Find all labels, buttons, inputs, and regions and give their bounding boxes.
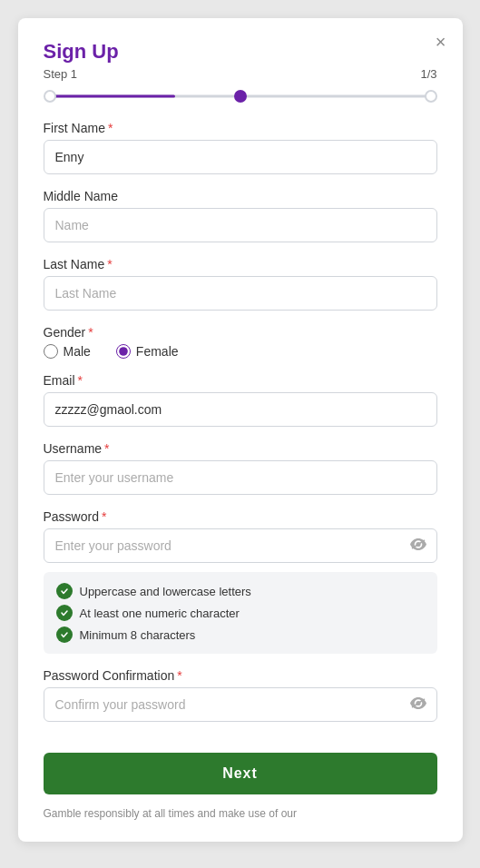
- check-icon-1: [56, 605, 73, 621]
- gender-female-label[interactable]: Female: [116, 344, 179, 359]
- password-required: *: [102, 509, 106, 524]
- close-button[interactable]: ×: [436, 33, 446, 51]
- password-confirmation-group: Password Confirmation *: [44, 668, 437, 722]
- footer-text: Gamble responsibly at all times and make…: [44, 807, 437, 820]
- username-group: Username *: [44, 441, 437, 495]
- gender-label: Gender *: [44, 325, 437, 340]
- progress-indicator: [44, 88, 437, 104]
- last-name-label: Last Name *: [44, 257, 437, 271]
- last-name-input[interactable]: [44, 276, 437, 311]
- password-confirmation-label: Password Confirmation *: [44, 668, 437, 683]
- next-button[interactable]: Next: [44, 753, 437, 794]
- email-group: Email *: [44, 373, 437, 427]
- validation-item-1: At least one numeric character: [56, 605, 425, 621]
- progress-fill: [50, 95, 176, 98]
- first-name-input[interactable]: [44, 140, 437, 174]
- first-name-group: First Name *: [44, 121, 437, 174]
- validation-item-0: Uppercase and lowercase letters: [56, 583, 425, 599]
- password-label: Password *: [44, 509, 437, 524]
- signup-modal: × Sign Up Step 1 1/3 First Name * Middle…: [18, 18, 463, 842]
- password-confirmation-input-wrap: [44, 687, 437, 722]
- password-input[interactable]: [44, 528, 437, 563]
- password-confirmation-input[interactable]: [44, 687, 437, 722]
- password-confirmation-toggle-icon[interactable]: [410, 696, 426, 713]
- username-required: *: [104, 441, 109, 456]
- check-icon-2: [56, 626, 73, 643]
- progress-dot-1: [234, 90, 247, 103]
- username-label: Username *: [44, 441, 437, 456]
- gender-group: Gender * Male Female: [44, 325, 437, 359]
- gender-options: Male Female: [44, 344, 437, 359]
- progress-dot-3: [44, 90, 56, 103]
- last-name-group: Last Name *: [44, 257, 437, 311]
- step-label: Step 1: [44, 67, 78, 81]
- step-count: 1/3: [420, 67, 436, 81]
- email-required: *: [78, 373, 83, 388]
- password-confirmation-required: *: [177, 668, 181, 683]
- last-name-required: *: [107, 257, 112, 271]
- gender-female-radio[interactable]: [116, 344, 131, 359]
- email-input[interactable]: [44, 392, 437, 427]
- middle-name-input[interactable]: [44, 208, 437, 242]
- modal-title: Sign Up: [44, 40, 437, 64]
- password-validation-box: Uppercase and lowercase letters At least…: [44, 572, 437, 654]
- middle-name-label: Middle Name: [44, 189, 437, 203]
- first-name-label: First Name *: [44, 121, 437, 135]
- password-group: Password * Uppercase and lowercase lette…: [44, 509, 437, 654]
- check-icon-0: [56, 583, 73, 599]
- progress-dot-2: [425, 90, 437, 103]
- gender-required: *: [88, 325, 93, 340]
- middle-name-group: Middle Name: [44, 189, 437, 242]
- password-toggle-icon[interactable]: [410, 538, 426, 554]
- validation-item-2: Minimum 8 characters: [56, 626, 425, 643]
- username-input[interactable]: [44, 460, 437, 495]
- password-input-wrap: [44, 528, 437, 563]
- gender-male-label[interactable]: Male: [44, 344, 91, 359]
- first-name-required: *: [108, 121, 113, 135]
- email-label: Email *: [44, 373, 437, 388]
- gender-male-radio[interactable]: [44, 344, 58, 359]
